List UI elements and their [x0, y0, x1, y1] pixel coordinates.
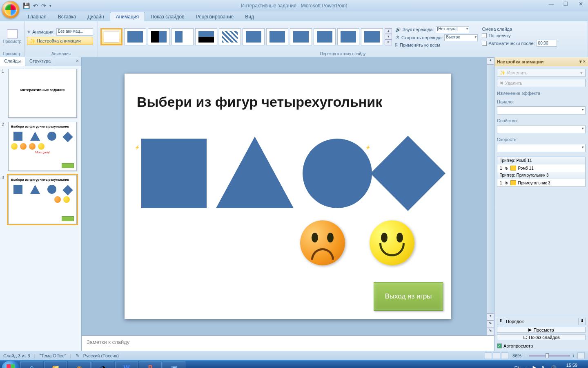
language-indicator[interactable]: EN	[514, 366, 521, 368]
animation-list-item[interactable]: 1🖱Прямоугольник 3	[497, 179, 585, 186]
normal-view-button[interactable]	[485, 352, 492, 359]
transition-sound-dropdown[interactable]: [Нет звука]	[436, 26, 469, 33]
delete-effect-button[interactable]: ✖Удалить	[497, 79, 586, 87]
slide-thumb-3[interactable]: Выбери из фигур четырехугольник	[8, 175, 77, 224]
shape-triangle[interactable]	[216, 137, 294, 208]
transition-item[interactable]	[243, 28, 265, 45]
flag-icon[interactable]: ⚑	[532, 365, 537, 368]
transition-item[interactable]	[172, 28, 194, 45]
reorder-up-button[interactable]: ⬆	[497, 318, 504, 325]
autopreview-checkbox[interactable]: ✓	[497, 343, 502, 348]
fit-to-window-button[interactable]	[577, 352, 585, 359]
gallery-down-icon[interactable]: ▾	[385, 34, 392, 40]
taskbar-word[interactable]: W	[115, 361, 138, 368]
transition-item[interactable]	[337, 28, 359, 45]
transition-item[interactable]	[290, 28, 312, 45]
animation-dropdown[interactable]: Без анимац...	[56, 28, 93, 36]
tab-animation[interactable]: Анимация	[110, 12, 145, 21]
taskbar-chrome[interactable]: ◔	[91, 361, 114, 368]
tab-slides[interactable]: Слайды	[0, 57, 25, 66]
maximize-button[interactable]: ❐	[561, 1, 571, 7]
qat-dropdown-icon[interactable]: ▾	[49, 4, 51, 8]
slideshow-view-button[interactable]	[501, 352, 508, 359]
custom-animation-button[interactable]: ✨Настройка анимации	[27, 37, 93, 45]
tab-home[interactable]: Главная	[22, 12, 52, 21]
transition-item[interactable]	[266, 28, 288, 45]
taskbar-item[interactable]: ◉	[68, 361, 91, 368]
auto-after-time-input[interactable]: 00:00	[537, 40, 557, 47]
reorder-down-button[interactable]: ⬇	[578, 318, 586, 325]
pane-dropdown-icon[interactable]: ▾ ×	[579, 59, 586, 64]
zoom-level[interactable]: 86%	[512, 353, 521, 358]
play-button[interactable]: ▶Просмотр	[497, 327, 586, 333]
animation-marker-icon[interactable]: ⚡	[365, 145, 373, 151]
change-effect-button[interactable]: ✨Изменить▾	[497, 69, 586, 77]
scroll-up-button[interactable]: ▴	[487, 57, 494, 65]
slide-title[interactable]: Выбери из фигур четырехугольник	[137, 94, 439, 110]
slides-panel-close[interactable]: ×	[74, 57, 81, 66]
tab-view[interactable]: Вид	[239, 12, 260, 21]
transition-item[interactable]	[361, 28, 383, 45]
next-slide-button[interactable]: ⬊	[487, 328, 494, 335]
volume-icon[interactable]: 🔊	[550, 365, 557, 368]
taskbar-ie[interactable]: e	[20, 361, 43, 368]
tab-insert[interactable]: Вставка	[52, 12, 82, 21]
shape-diamond[interactable]	[370, 136, 445, 211]
tab-slideshow[interactable]: Показ слайдов	[145, 12, 190, 21]
transition-item[interactable]	[219, 28, 241, 45]
exit-game-button[interactable]: Выход из игры	[374, 282, 443, 311]
undo-icon[interactable]: ↶	[33, 2, 38, 9]
face-sad[interactable]	[300, 220, 345, 265]
speed-dropdown[interactable]	[497, 144, 586, 152]
prev-slide-button[interactable]: ⬉	[487, 321, 494, 328]
slideshow-button[interactable]: 🖵Показ слайдов	[497, 334, 586, 340]
preview-button[interactable]: Просмотр	[2, 29, 22, 44]
auto-after-checkbox[interactable]	[482, 41, 487, 46]
face-happy[interactable]	[370, 220, 414, 265]
spellcheck-icon[interactable]: ✎	[76, 353, 79, 358]
apply-to-all-button[interactable]: ⎘Применить ко всем	[395, 43, 478, 47]
network-icon[interactable]: 🖧	[541, 365, 546, 368]
language-indicator[interactable]: Русский (Россия)	[83, 353, 119, 358]
shape-circle[interactable]	[303, 139, 372, 208]
sorter-view-button[interactable]	[493, 352, 500, 359]
tray-icon[interactable]: ▴	[525, 365, 528, 368]
gallery-more-icon[interactable]: ≡	[385, 40, 392, 45]
taskbar-item[interactable]: ▣	[163, 361, 185, 368]
start-dropdown[interactable]	[497, 106, 586, 114]
zoom-out-button[interactable]: −	[524, 353, 526, 358]
slide-canvas[interactable]: Выбери из фигур четырехугольник ⚡ ⚡ Выхо…	[125, 74, 451, 319]
property-dropdown[interactable]	[497, 125, 586, 133]
minimize-button[interactable]: —	[546, 1, 556, 7]
start-button[interactable]	[2, 361, 20, 368]
slide-thumb-2[interactable]: Выбери из фигур четырехугольник Молодец!	[8, 122, 77, 171]
shape-square[interactable]	[141, 139, 207, 208]
gallery-up-icon[interactable]: ▴	[385, 28, 392, 34]
transition-item[interactable]	[148, 28, 170, 45]
scrollbar-track[interactable]	[487, 65, 494, 313]
zoom-slider[interactable]	[529, 355, 570, 357]
animation-list-item[interactable]: 1🖱Ромб 11	[497, 164, 585, 172]
transition-speed-dropdown[interactable]: Быстро	[444, 34, 478, 41]
tab-review[interactable]: Рецензирование	[190, 12, 240, 21]
clock[interactable]: 15:59 10.04.2013	[561, 363, 583, 368]
office-button[interactable]	[2, 1, 20, 19]
scroll-down-button[interactable]: ▾	[487, 313, 494, 321]
animation-marker-icon[interactable]: ⚡	[135, 145, 142, 151]
taskbar-explorer[interactable]: 📁	[44, 361, 67, 368]
tab-design[interactable]: Дизайн	[82, 12, 109, 21]
redo-icon[interactable]: ↷	[41, 2, 46, 9]
animation-pane-title: Настройка анимации	[497, 59, 543, 64]
save-icon[interactable]: 💾	[23, 2, 30, 9]
close-button[interactable]: ✕	[576, 1, 586, 7]
slide-thumb-1[interactable]: Интерактивные задания	[8, 69, 77, 118]
tab-outline[interactable]: Структура	[25, 57, 55, 66]
notes-pane[interactable]: Заметки к слайду	[82, 335, 494, 351]
transition-item[interactable]	[124, 28, 146, 45]
on-click-checkbox[interactable]	[482, 33, 487, 38]
taskbar-powerpoint[interactable]: P	[139, 361, 162, 368]
transition-item[interactable]	[195, 28, 217, 45]
transition-item[interactable]	[314, 28, 336, 45]
transition-none[interactable]	[100, 28, 122, 45]
zoom-in-button[interactable]: +	[572, 353, 575, 358]
